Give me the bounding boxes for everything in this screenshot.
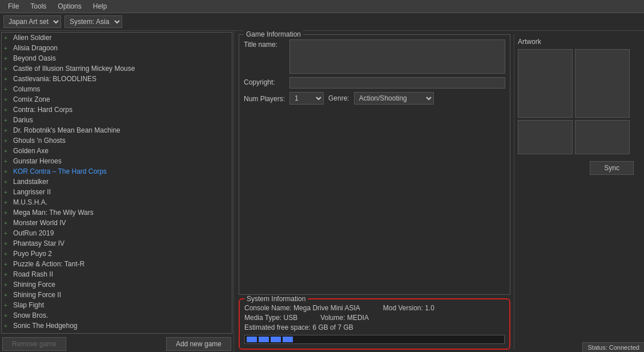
list-item[interactable]: +Shining Force II (2, 290, 232, 300)
game-item-label: M.U.S.H.A. (13, 198, 47, 206)
list-item[interactable]: +Shining Force (2, 279, 232, 290)
game-item-label: Landstalker (13, 178, 49, 186)
game-item-icon: + (4, 230, 11, 237)
list-item[interactable]: +Beyond Oasis (2, 53, 232, 63)
game-item-label: Mega Man: The Wily Wars (13, 209, 94, 217)
progress-segment (259, 337, 269, 342)
game-item-icon: + (4, 179, 11, 185)
list-item[interactable]: +Alisia Dragoon (2, 43, 232, 53)
progress-segment (283, 337, 293, 342)
main-layout: +Alien Soldier+Alisia Dragoon+Beyond Oas… (0, 31, 644, 352)
game-item-label: Ghouls 'n Ghosts (13, 137, 66, 145)
list-item[interactable]: +OutRun 2019 (2, 228, 232, 238)
game-item-icon: + (4, 282, 11, 288)
list-item[interactable]: +KOR Contra – The Hard Corps (2, 166, 232, 177)
artwork-title: Artwork (518, 38, 636, 46)
title-input[interactable] (289, 39, 505, 74)
right-panel: Game Information Title name: Copyright: … (234, 31, 644, 352)
game-item-icon: + (4, 76, 11, 82)
artwork-box-1 (518, 49, 573, 118)
menu-tools[interactable]: Tools (25, 1, 52, 11)
remove-game-button[interactable]: Remove game (2, 337, 66, 351)
list-item[interactable]: +Monster World IV (2, 218, 232, 228)
game-item-icon: + (4, 45, 11, 51)
title-label: Title name: (244, 39, 289, 49)
list-item[interactable]: +Gunstar Heroes (2, 156, 232, 166)
game-item-label: Road Rash II (13, 270, 53, 278)
game-item-icon: + (4, 333, 11, 334)
list-item[interactable]: +Ghouls 'n Ghosts (2, 135, 232, 146)
sys-row-2: Media Type: USB Volume: MEDIA (244, 314, 505, 322)
status-bar: Status: Connected (582, 342, 644, 352)
game-list-panel: +Alien Soldier+Alisia Dragoon+Beyond Oas… (0, 31, 234, 352)
list-item[interactable]: +Puzzle & Action: Tant-R (2, 259, 232, 269)
list-item[interactable]: +Landstalker (2, 177, 232, 187)
game-item-icon: + (4, 86, 11, 93)
genre-select[interactable]: Action/Shooting (354, 92, 434, 105)
list-item[interactable]: +Contra: Hard Corps (2, 105, 232, 115)
game-item-label: Castlevania: BLOODLINES (13, 75, 96, 83)
add-game-button[interactable]: Add new game (166, 337, 231, 351)
game-item-label: Shining Force (13, 281, 55, 289)
list-item[interactable]: +Castle of Illusion Starring Mickey Mous… (2, 63, 232, 74)
progress-segment (247, 337, 257, 342)
game-item-icon: + (4, 199, 11, 206)
list-item[interactable]: +Langrisser II (2, 187, 232, 197)
game-item-label: Sonic The Hedgehog (13, 322, 78, 330)
game-item-label: Comix Zone (13, 95, 50, 103)
list-item[interactable]: +Snow Bros. (2, 310, 232, 321)
game-item-icon: + (4, 271, 11, 278)
art-set-dropdown[interactable]: Japan Art set (3, 15, 61, 28)
game-item-label: Slap Fight (13, 301, 44, 309)
game-item-icon: + (4, 107, 11, 113)
list-item[interactable]: +Road Rash II (2, 269, 232, 279)
game-item-icon: + (4, 127, 11, 134)
list-item[interactable]: +Comix Zone (2, 94, 232, 105)
list-item[interactable]: +Puyo Puyo 2 (2, 249, 232, 259)
list-item[interactable]: +Castlevania: BLOODLINES (2, 74, 232, 84)
game-item-label: Beyond Oasis (13, 54, 56, 62)
game-item-label: Monster World IV (13, 219, 66, 227)
copyright-row: Copyright: (244, 77, 505, 89)
game-item-label: Alien Soldier (13, 34, 51, 42)
list-item[interactable]: +Alien Soldier (2, 33, 232, 43)
list-item[interactable]: +Phantasy Star IV (2, 238, 232, 249)
list-item[interactable]: +Slap Fight (2, 300, 232, 310)
game-item-label: Contra: Hard Corps (13, 106, 73, 114)
game-item-label: Darius (13, 116, 33, 124)
game-item-icon: + (4, 158, 11, 165)
game-item-icon: + (4, 302, 11, 309)
game-item-icon: + (4, 241, 11, 247)
list-item[interactable]: +Sonic The Hedgehog 2 (2, 331, 232, 334)
list-item[interactable]: +M.U.S.H.A. (2, 197, 232, 207)
game-item-label: Puyo Puyo 2 (13, 250, 52, 258)
system-dropdown[interactable]: System: Asia (65, 15, 122, 28)
list-item[interactable]: +Darius (2, 115, 232, 125)
list-item[interactable]: +Golden Axe (2, 146, 232, 156)
menu-file[interactable]: File (2, 1, 25, 11)
sync-area: Sync (518, 161, 636, 175)
title-row: Title name: (244, 39, 505, 74)
list-item[interactable]: +Dr. Robotnik's Mean Bean Machine (2, 125, 232, 135)
game-item-icon: + (4, 117, 11, 123)
game-item-label: Castle of Illusion Starring Mickey Mouse (13, 65, 135, 73)
game-item-label: Dr. Robotnik's Mean Bean Machine (13, 126, 120, 134)
list-item[interactable]: +Sonic The Hedgehog (2, 321, 232, 331)
game-item-label: Langrisser II (13, 188, 51, 196)
game-item-icon: + (4, 97, 11, 103)
copyright-input[interactable] (289, 77, 505, 89)
game-list-scroll[interactable]: +Alien Soldier+Alisia Dragoon+Beyond Oas… (1, 32, 232, 334)
numplayers-select[interactable]: 1 (289, 92, 324, 105)
list-item[interactable]: +Mega Man: The Wily Wars (2, 207, 232, 218)
game-item-icon: + (4, 261, 11, 267)
game-item-icon: + (4, 35, 11, 41)
game-item-label: Puzzle & Action: Tant-R (13, 260, 84, 268)
game-item-icon: + (4, 292, 11, 298)
game-item-icon: + (4, 138, 11, 144)
toolbar: Japan Art set System: Asia (0, 13, 644, 31)
list-item[interactable]: +Columns (2, 84, 232, 94)
sync-button[interactable]: Sync (590, 161, 634, 175)
menu-help[interactable]: Help (87, 1, 113, 11)
menu-options[interactable]: Options (52, 1, 87, 11)
menubar: File Tools Options Help (0, 0, 644, 13)
